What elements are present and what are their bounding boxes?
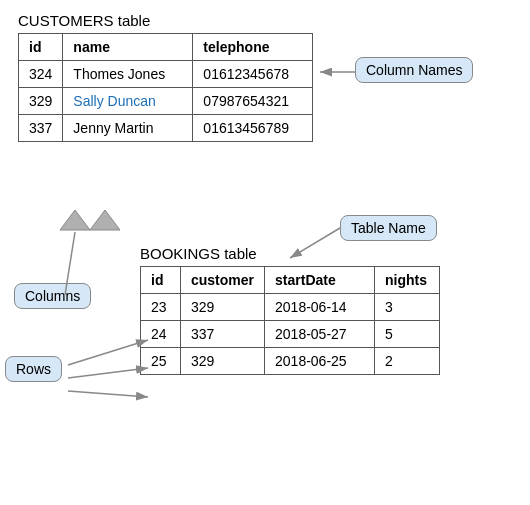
columns-arrow-right bbox=[90, 210, 120, 230]
bookings-col-nights: nights bbox=[375, 267, 440, 294]
customers-col-telephone: telephone bbox=[193, 34, 313, 61]
cell-customer: 329 bbox=[181, 348, 265, 375]
bookings-title: BOOKINGS table bbox=[140, 245, 440, 262]
cell-customer: 329 bbox=[181, 294, 265, 321]
bookings-col-startdate: startDate bbox=[265, 267, 375, 294]
cell-id: 23 bbox=[141, 294, 181, 321]
table-row: 324 Thomes Jones 01612345678 bbox=[19, 61, 313, 88]
cell-startdate: 2018-06-25 bbox=[265, 348, 375, 375]
cell-telephone: 01613456789 bbox=[193, 115, 313, 142]
customers-header-row: id name telephone bbox=[19, 34, 313, 61]
cell-name: Jenny Martin bbox=[63, 115, 193, 142]
bookings-col-customer: customer bbox=[181, 267, 265, 294]
cell-customer: 337 bbox=[181, 321, 265, 348]
rows-arrow-1 bbox=[68, 340, 148, 365]
customers-title: CUSTOMERS table bbox=[18, 12, 313, 29]
cell-id: 25 bbox=[141, 348, 181, 375]
table-row: 329 Sally Duncan 07987654321 bbox=[19, 88, 313, 115]
cell-nights: 2 bbox=[375, 348, 440, 375]
customers-section: CUSTOMERS table id name telephone 324 Th… bbox=[18, 12, 313, 142]
cell-id: 24 bbox=[141, 321, 181, 348]
table-row: 24 337 2018-05-27 5 bbox=[141, 321, 440, 348]
cell-startdate: 2018-05-27 bbox=[265, 321, 375, 348]
bookings-header-row: id customer startDate nights bbox=[141, 267, 440, 294]
customers-table: id name telephone 324 Thomes Jones 01612… bbox=[18, 33, 313, 142]
rows-arrow-2 bbox=[68, 368, 148, 378]
table-row: 25 329 2018-06-25 2 bbox=[141, 348, 440, 375]
bookings-table: id customer startDate nights 23 329 2018… bbox=[140, 266, 440, 375]
cell-telephone: 07987654321 bbox=[193, 88, 313, 115]
cell-name: Thomes Jones bbox=[63, 61, 193, 88]
cell-id: 329 bbox=[19, 88, 63, 115]
cell-nights: 3 bbox=[375, 294, 440, 321]
rows-arrow-3 bbox=[68, 391, 148, 397]
cell-id: 324 bbox=[19, 61, 63, 88]
table-row: 337 Jenny Martin 01613456789 bbox=[19, 115, 313, 142]
column-names-callout: Column Names bbox=[355, 57, 473, 83]
table-name-callout: Table Name bbox=[340, 215, 437, 241]
cell-telephone: 01612345678 bbox=[193, 61, 313, 88]
customers-col-name: name bbox=[63, 34, 193, 61]
page-wrapper: CUSTOMERS table id name telephone 324 Th… bbox=[0, 0, 530, 505]
table-row: 23 329 2018-06-14 3 bbox=[141, 294, 440, 321]
rows-callout: Rows bbox=[5, 356, 62, 382]
columns-arrow-left bbox=[60, 210, 90, 230]
cell-nights: 5 bbox=[375, 321, 440, 348]
bookings-col-id: id bbox=[141, 267, 181, 294]
cell-name: Sally Duncan bbox=[63, 88, 193, 115]
customers-col-id: id bbox=[19, 34, 63, 61]
cell-id: 337 bbox=[19, 115, 63, 142]
columns-callout: Columns bbox=[14, 283, 91, 309]
bookings-section: BOOKINGS table id customer startDate nig… bbox=[140, 245, 440, 375]
cell-startdate: 2018-06-14 bbox=[265, 294, 375, 321]
